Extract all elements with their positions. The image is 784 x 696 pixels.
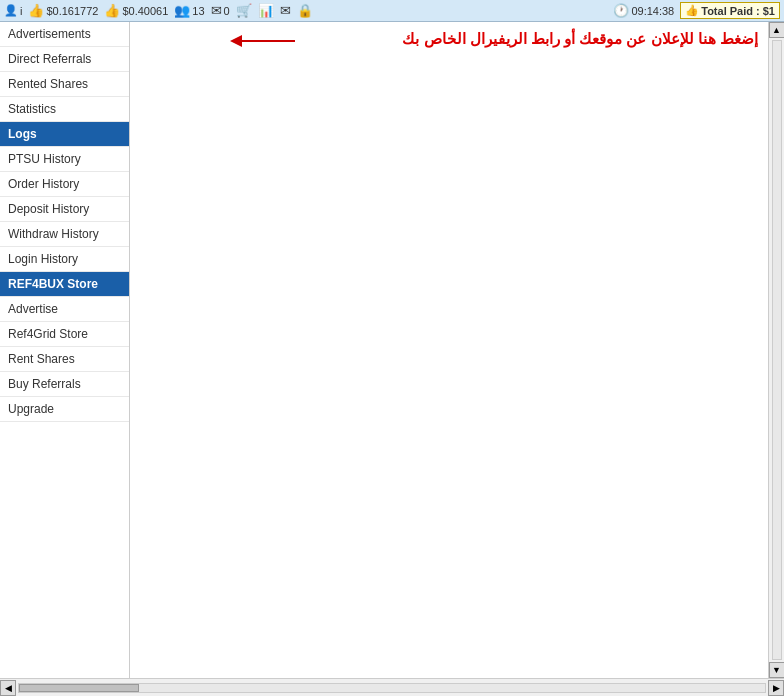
msg-count-value: 0 [224, 5, 230, 17]
sidebar-item-rent-shares[interactable]: Rent Shares [0, 347, 129, 372]
sidebar-item-order-history[interactable]: Order History [0, 172, 129, 197]
sidebar: Advertisements Direct Referrals Rented S… [0, 22, 130, 678]
scroll-track-horizontal[interactable] [18, 683, 766, 693]
balance1-value: $0.161772 [46, 5, 98, 17]
scroll-thumb[interactable] [19, 684, 139, 692]
balance2-value: $0.40061 [122, 5, 168, 17]
scroll-down-button[interactable]: ▼ [769, 662, 785, 678]
sidebar-item-ptsu-history[interactable]: PTSU History [0, 147, 129, 172]
scroll-left-button[interactable]: ◀ [0, 680, 16, 696]
sidebar-item-withdraw-history[interactable]: Withdraw History [0, 222, 129, 247]
clock-icon: 🕐 [613, 3, 629, 18]
time-value: 09:14:38 [631, 5, 674, 17]
lock-icon: 🔒 [297, 3, 313, 18]
balance1[interactable]: 👍 $0.161772 [28, 3, 98, 18]
horizontal-scrollbar[interactable]: ◀ ▶ [0, 678, 784, 696]
sidebar-item-ref4bux-store[interactable]: REF4BUX Store [0, 272, 129, 297]
total-paid-icon: 👍 [685, 4, 699, 17]
balance2-icon: 👍 [104, 3, 120, 18]
scroll-up-button[interactable]: ▲ [769, 22, 785, 38]
user-profile[interactable]: 👤 i [4, 4, 22, 17]
sidebar-item-buy-referrals[interactable]: Buy Referrals [0, 372, 129, 397]
referral-count[interactable]: 👥 13 [174, 3, 204, 18]
user-icon: 👤 [4, 4, 18, 17]
sidebar-item-advertise[interactable]: Advertise [0, 297, 129, 322]
scroll-track-vertical[interactable] [772, 40, 782, 660]
message-count[interactable]: ✉ 0 [211, 3, 230, 18]
stats-button[interactable]: 📊 [258, 3, 274, 18]
email-button[interactable]: ✉ [280, 3, 291, 18]
balance2[interactable]: 👍 $0.40061 [104, 3, 168, 18]
total-paid-value: Total Paid : $1 [701, 5, 775, 17]
sidebar-item-deposit-history[interactable]: Deposit History [0, 197, 129, 222]
vertical-scrollbar[interactable]: ▲ ▼ [768, 22, 784, 678]
user-label: i [20, 5, 22, 17]
sidebar-item-statistics[interactable]: Statistics [0, 97, 129, 122]
sidebar-item-ref4grid-store[interactable]: Ref4Grid Store [0, 322, 129, 347]
sidebar-item-direct-referrals[interactable]: Direct Referrals [0, 47, 129, 72]
scroll-right-button[interactable]: ▶ [768, 680, 784, 696]
clock: 🕐 09:14:38 [613, 3, 674, 18]
message-icon: ✉ [211, 3, 222, 18]
sidebar-item-logs[interactable]: Logs [0, 122, 129, 147]
total-paid: 👍 Total Paid : $1 [680, 2, 780, 19]
main-container: Advertisements Direct Referrals Rented S… [0, 22, 784, 678]
shop-icon: 🛒 [236, 3, 252, 18]
sidebar-item-advertisements[interactable]: Advertisements [0, 22, 129, 47]
toolbar: 👤 i 👍 $0.161772 👍 $0.40061 👥 13 ✉ 0 🛒 📊 … [0, 0, 784, 22]
sidebar-item-upgrade[interactable]: Upgrade [0, 397, 129, 422]
content-area: إضغط هنا للإعلان عن موقعك أو رابط الريفي… [130, 22, 768, 678]
stats-icon: 📊 [258, 3, 274, 18]
lock-button[interactable]: 🔒 [297, 3, 313, 18]
sidebar-item-login-history[interactable]: Login History [0, 247, 129, 272]
ref-count-value: 13 [192, 5, 204, 17]
referral-icon: 👥 [174, 3, 190, 18]
balance1-icon: 👍 [28, 3, 44, 18]
email-icon: ✉ [280, 3, 291, 18]
toolbar-right: 🕐 09:14:38 👍 Total Paid : $1 [613, 2, 780, 19]
arabic-banner: إضغط هنا للإعلان عن موقعك أو رابط الريفي… [140, 30, 758, 48]
shop-button[interactable]: 🛒 [236, 3, 252, 18]
sidebar-item-rented-shares[interactable]: Rented Shares [0, 72, 129, 97]
